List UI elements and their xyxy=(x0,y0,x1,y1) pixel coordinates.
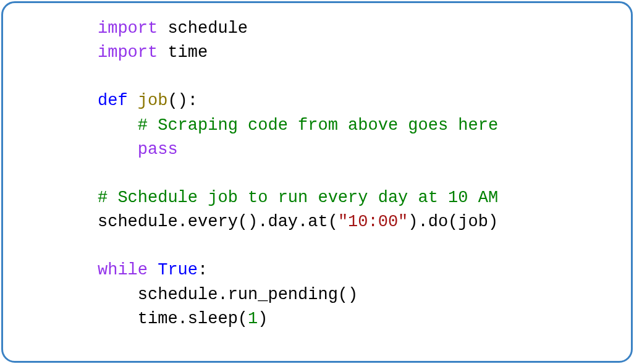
code-line-1: import schedule xyxy=(98,19,248,38)
module-name: time xyxy=(158,43,208,62)
indent xyxy=(98,286,138,304)
code-line-11: while True: xyxy=(98,261,208,279)
module-name: schedule xyxy=(158,19,248,38)
keyword-true: True xyxy=(158,261,198,279)
code-text: ) xyxy=(258,310,268,328)
code-line-9: schedule.every().day.at("10:00").do(job) xyxy=(98,213,498,231)
space xyxy=(148,261,158,279)
indent xyxy=(98,140,138,159)
number-literal: 1 xyxy=(248,310,258,328)
code-text: schedule.every().day.at( xyxy=(98,213,338,231)
function-name: job xyxy=(138,91,168,110)
code-line-2: import time xyxy=(98,43,208,62)
code-line-8: # Schedule job to run every day at 10 AM xyxy=(98,188,498,207)
keyword-while: while xyxy=(98,261,148,279)
space xyxy=(128,91,138,110)
code-text: ).do(job) xyxy=(408,213,498,231)
code-container: import schedule import time def job(): #… xyxy=(1,1,633,363)
keyword-import: import xyxy=(98,43,158,62)
comment: # Scraping code from above goes here xyxy=(138,116,498,135)
string-literal: "10:00" xyxy=(338,213,408,231)
indent xyxy=(98,310,138,328)
code-block: import schedule import time def job(): #… xyxy=(20,17,614,331)
code-text: schedule.run_pending() xyxy=(138,286,358,304)
keyword-pass: pass xyxy=(138,140,178,159)
keyword-def: def xyxy=(98,91,128,110)
code-line-12: schedule.run_pending() xyxy=(98,286,358,304)
comment: # Schedule job to run every day at 10 AM xyxy=(98,188,498,207)
code-line-4: def job(): xyxy=(98,91,198,110)
code-line-13: time.sleep(1) xyxy=(98,310,268,328)
indent xyxy=(98,116,138,135)
code-text: time.sleep( xyxy=(138,310,248,328)
keyword-import: import xyxy=(98,19,158,38)
colon: : xyxy=(198,261,208,279)
code-line-6: pass xyxy=(98,140,178,159)
code-line-5: # Scraping code from above goes here xyxy=(98,116,498,135)
parens: (): xyxy=(167,91,198,110)
